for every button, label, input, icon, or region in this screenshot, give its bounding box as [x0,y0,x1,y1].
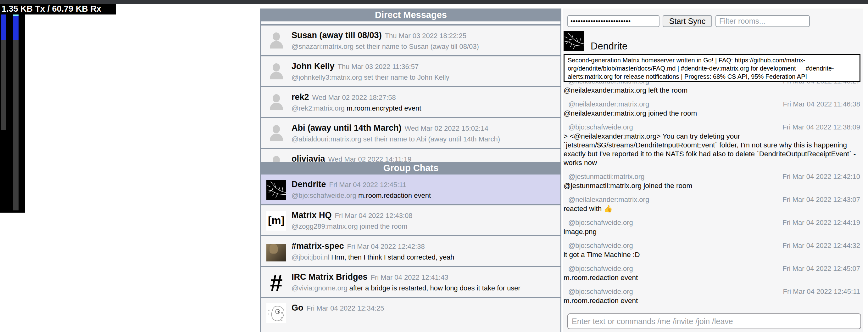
message-sender: @bjo:schafweide.org [564,242,633,250]
message-body: @jestunmactii:matrix.org joined the room [564,182,860,190]
room-item-text: John KellyThu Mar 03 2022 11:36:57@johnk… [291,56,559,82]
message-timestamp: Fri Mar 04 2022 12:42:10 [782,173,860,181]
message-sender: @neilalexander:matrix.org [564,196,649,204]
message-body: @neilalexander:matrix.org left the room [564,86,860,95]
message-timestamp: Fri Mar 04 2022 12:44:32 [782,242,860,250]
room-list-item[interactable]: [m]Matrix HQFri Mar 04 2022 12:43:08@zog… [261,205,560,236]
room-item-text: rek2Wed Mar 02 2022 18:27:58@rek2:matrix… [291,87,559,112]
room-list-item[interactable]: Susan (away till 08/03)Thu Mar 03 2022 1… [261,26,560,56]
room-last-message: m.room.redaction event [358,192,431,199]
message-timestamp: Fri Mar 04 2022 12:43:07 [782,196,860,204]
message-sender: @bjo:schafweide.org [564,219,633,227]
message-timeline[interactable]: @neilalexander:matrix.orgFri Mar 04 2022… [564,77,860,311]
room-name: Go [291,303,304,312]
scrolled-row-sliver [261,21,560,26]
room-last-activity-time: Thu Mar 03 2022 18:22:25 [385,32,466,40]
room-last-message: set their name to Susan (away till 08/03… [355,43,479,50]
room-last-sender: @johnkelly3:matrix.org [291,74,364,81]
room-last-activity-time: Fri Mar 04 2022 12:41:43 [371,273,448,281]
room-last-message: m.room.encrypted event [347,104,421,112]
message-composer-input[interactable] [567,313,861,329]
room-last-sender: @bjo:schafweide.org [291,192,358,199]
message-timestamp: Fri Mar 04 2022 12:45:07 [782,265,860,273]
room-last-event: @rek2:matrix.org m.room.encrypted event [291,104,559,112]
room-item-text: #matrix-specFri Mar 04 2022 12:42:38@jbo… [291,236,559,261]
message: @bjo:schafweide.orgFri Mar 04 2022 12:44… [564,219,860,236]
message-sender: @bjo:schafweide.org [564,287,633,296]
room-last-event: @vivia:gnome.org after a bridge is resta… [291,284,559,292]
room-last-message: after a bridge is restarted, how long do… [349,284,521,292]
message: @neilalexander:matrix.orgFri Mar 04 2022… [564,196,860,213]
message-timestamp: Fri Mar 04 2022 12:44:19 [782,219,860,227]
room-last-activity-time: Wed Mar 02 2022 14:11:19 [328,155,412,162]
room-view-panel: Start Sync Dendrite Second-generation Ma… [563,8,863,332]
window-top-strip [0,0,868,4]
person-silhouette-avatar-icon [267,62,286,82]
person-silhouette-avatar-icon [267,92,286,112]
room-last-activity-time: Fri Mar 04 2022 12:45:11 [329,181,406,189]
room-name: Dendrite [291,179,326,189]
room-last-sender: @zogg289:matrix.org [291,222,360,230]
message-body: image.png [564,227,860,236]
message-body: it got a Time Machine :D [564,250,860,259]
room-list-item[interactable]: #matrix-specFri Mar 04 2022 12:42:38@jbo… [261,236,560,267]
rx-traffic-bar [13,15,19,213]
filter-rooms-input[interactable] [715,15,810,27]
network-stats-label: 1.35 KB Tx / 60.79 KB Rx [0,4,116,15]
room-item-text: GoFri Mar 04 2022 12:34:25 [291,298,559,313]
room-name: rek2 [291,92,309,102]
network-traffic-graph [0,15,25,213]
room-last-sender: @rek2:matrix.org [291,104,347,112]
tx-traffic-bar [1,15,6,213]
message-timestamp: Fri Mar 04 2022 12:45:11 [783,287,860,296]
room-last-event: @jboi:jboi.nl Hrm, then I think I stand … [291,253,559,261]
room-last-sender: @vivia:gnome.org [291,284,349,292]
room-item-text: IRC Matrix BridgesFri Mar 04 2022 12:41:… [291,267,559,292]
room-list-item[interactable]: Abi (away until 14th March)Wed Mar 02 20… [261,118,560,149]
room-last-event: @abialdouri:matrix.org set their name to… [291,135,559,143]
direct-messages-header: Direct Messages [261,8,560,21]
room-last-sender: @snazari:matrix.org [291,43,355,50]
member-photo-avatar-icon [267,242,286,261]
room-name: Matrix HQ [291,211,332,220]
dendrite-image-avatar-icon [267,180,286,200]
room-name: John Kelly [291,61,335,71]
room-list-panel: Direct Messages Susan (away till 08/03)T… [260,8,561,332]
direct-messages-list: Susan (away till 08/03)Thu Mar 03 2022 1… [261,26,560,162]
room-last-activity-time: Wed Mar 02 2022 18:27:58 [312,93,396,102]
room-name: IRC Matrix Bridges [291,272,368,282]
message: @bjo:schafweide.orgFri Mar 04 2022 12:38… [564,123,860,167]
room-last-sender: @abialdouri:matrix.org [291,135,363,143]
room-list-item[interactable]: GoFri Mar 04 2022 12:34:25 [261,298,560,329]
message-body: > <@neilalexander:matrix.org> You can tr… [564,132,860,167]
room-last-activity-time: Fri Mar 04 2022 12:42:38 [347,243,425,250]
start-sync-button[interactable]: Start Sync [663,15,712,27]
room-title: Dendrite [591,40,627,52]
room-last-activity-time: Thu Mar 03 2022 11:36:57 [338,63,419,71]
message-sender: @bjo:schafweide.org [564,123,633,131]
room-list-item[interactable]: rek2Wed Mar 02 2022 18:27:58@rek2:matrix… [261,87,560,118]
person-silhouette-avatar-icon [267,31,286,51]
room-last-event: @zogg289:matrix.org joined the room [291,222,559,230]
message: @neilalexander:matrix.orgFri Mar 04 2022… [564,100,860,118]
room-item-text: DendriteFri Mar 04 2022 12:45:11@bjo:sch… [291,174,559,200]
room-name: Abi (away until 14th March) [291,123,402,133]
room-last-event: @snazari:matrix.org set their name to Su… [291,43,559,51]
message: @bjo:schafweide.orgFri Mar 04 2022 12:45… [564,287,860,305]
access-token-input[interactable] [567,15,659,27]
room-last-activity-time: Wed Mar 02 2022 15:02:14 [405,124,488,132]
room-item-text: Matrix HQFri Mar 04 2022 12:43:08@zogg28… [291,205,559,230]
message-timestamp: Fri Mar 04 2022 11:46:38 [783,100,860,108]
room-list-item[interactable]: John KellyThu Mar 03 2022 11:36:57@johnk… [261,56,560,87]
room-list-item[interactable]: DendriteFri Mar 04 2022 12:45:11@bjo:sch… [261,174,560,205]
message-body: m.room.redaction event [564,273,860,282]
group-chats-list: DendriteFri Mar 04 2022 12:45:11@bjo:sch… [261,174,560,329]
room-last-message: Hrm, then I think I stand corrected, yea… [331,253,454,261]
dendrite-room-avatar [564,31,584,51]
room-last-event: @johnkelly3:matrix.org set their name to… [291,74,559,82]
room-list-item[interactable]: oliviaviaWed Mar 02 2022 14:11:19 [261,149,560,162]
room-last-activity-time: Fri Mar 04 2022 12:43:08 [335,212,413,220]
room-list-item[interactable]: #IRC Matrix BridgesFri Mar 04 2022 12:41… [261,267,560,298]
room-last-activity-time: Fri Mar 04 2022 12:34:25 [307,304,384,312]
message-body: m.room.redaction event [564,297,860,305]
